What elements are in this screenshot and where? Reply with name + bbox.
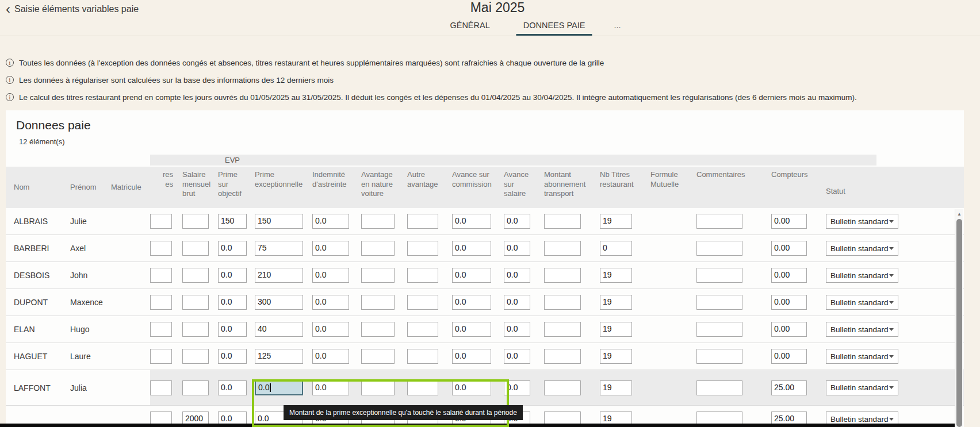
- input-indemnite_astreinte[interactable]: 0.0: [312, 322, 349, 337]
- input-autre_avantage[interactable]: [407, 295, 438, 310]
- input-avance_commission[interactable]: 0.0: [452, 349, 491, 364]
- input-indemnite_astreinte[interactable]: 0.0: [312, 295, 349, 310]
- horizontal-scrollbar[interactable]: [0, 424, 955, 427]
- input-indemnite_astreinte[interactable]: 0.0: [312, 349, 349, 364]
- input-prime_objectif[interactable]: 0.0: [218, 349, 247, 364]
- input-autre_avantage[interactable]: [407, 214, 438, 229]
- input-heures_cut[interactable]: [150, 241, 172, 256]
- input-salaire[interactable]: [182, 268, 209, 283]
- input-heures_cut[interactable]: [150, 380, 172, 395]
- input-commentaires[interactable]: [696, 322, 742, 337]
- statut-select[interactable]: Bulletin standard: [826, 241, 898, 256]
- input-avance_commission[interactable]: 0.0: [452, 241, 491, 256]
- input-commentaires[interactable]: [696, 241, 742, 256]
- input-prime_exceptionnelle[interactable]: 75: [255, 241, 303, 256]
- input-avance_salaire[interactable]: 0.0: [504, 349, 530, 364]
- input-nb_titres[interactable]: 0: [600, 241, 632, 256]
- input-salaire[interactable]: [182, 214, 209, 229]
- input-prime_exceptionnelle[interactable]: 0.0: [255, 380, 303, 395]
- input-indemnite_astreinte[interactable]: 0.0: [312, 214, 349, 229]
- input-nb_titres[interactable]: 19: [600, 349, 632, 364]
- input-compteurs[interactable]: 0.00: [771, 241, 807, 256]
- input-salaire[interactable]: [182, 322, 209, 337]
- input-montant_transport[interactable]: [544, 349, 581, 364]
- input-prime_objectif[interactable]: 0.0: [218, 295, 247, 310]
- input-prime_objectif[interactable]: 150: [218, 214, 247, 229]
- input-compteurs[interactable]: 25.00: [771, 380, 807, 395]
- input-avance_commission[interactable]: 0.0: [452, 380, 491, 395]
- input-montant_transport[interactable]: [544, 214, 581, 229]
- input-salaire[interactable]: [182, 295, 209, 310]
- input-prime_objectif[interactable]: 0.0: [218, 380, 247, 395]
- input-prime_objectif[interactable]: 0.0: [218, 322, 247, 337]
- input-commentaires[interactable]: [696, 295, 742, 310]
- input-autre_avantage[interactable]: [407, 241, 438, 256]
- input-nb_titres[interactable]: 19: [600, 380, 632, 395]
- input-avantage_voiture[interactable]: [361, 380, 395, 395]
- input-heures_cut[interactable]: [150, 295, 172, 310]
- scrollbar-thumb[interactable]: [956, 219, 962, 427]
- input-avance_salaire[interactable]: 0.0: [504, 295, 530, 310]
- input-nb_titres[interactable]: 19: [600, 268, 632, 283]
- input-prime_objectif[interactable]: 0.0: [218, 268, 247, 283]
- input-salaire[interactable]: [182, 380, 209, 395]
- input-prime_exceptionnelle[interactable]: 300: [255, 295, 303, 310]
- scroll-up-icon[interactable]: ▲: [955, 209, 963, 217]
- input-autre_avantage[interactable]: [407, 322, 438, 337]
- input-prime_exceptionnelle[interactable]: 150: [255, 214, 303, 229]
- input-montant_transport[interactable]: [544, 268, 581, 283]
- input-prime_objectif[interactable]: 0.0: [218, 241, 247, 256]
- input-prime_exceptionnelle[interactable]: 210: [255, 268, 303, 283]
- input-compteurs[interactable]: 0.00: [771, 322, 807, 337]
- statut-select[interactable]: Bulletin standard: [826, 268, 898, 283]
- input-commentaires[interactable]: [696, 349, 742, 364]
- input-indemnite_astreinte[interactable]: 0.0: [312, 380, 349, 395]
- statut-select[interactable]: Bulletin standard: [826, 380, 898, 395]
- input-nb_titres[interactable]: 19: [600, 295, 632, 310]
- input-heures_cut[interactable]: [150, 322, 172, 337]
- input-avantage_voiture[interactable]: [361, 349, 395, 364]
- input-avance_salaire[interactable]: 0.0: [504, 268, 530, 283]
- input-compteurs[interactable]: 0.00: [771, 349, 807, 364]
- statut-select[interactable]: Bulletin standard: [826, 349, 898, 364]
- input-avance_salaire[interactable]: 0.0: [504, 322, 530, 337]
- input-indemnite_astreinte[interactable]: 0.0: [312, 241, 349, 256]
- input-avantage_voiture[interactable]: [361, 241, 395, 256]
- statut-select[interactable]: Bulletin standard: [826, 295, 898, 310]
- input-prime_exceptionnelle[interactable]: 40: [255, 322, 303, 337]
- input-commentaires[interactable]: [696, 268, 742, 283]
- input-avance_commission[interactable]: 0.0: [452, 322, 491, 337]
- input-avance_salaire[interactable]: 0.0: [504, 241, 530, 256]
- tab-more[interactable]: ...: [611, 17, 623, 36]
- vertical-scrollbar[interactable]: ▲: [955, 209, 963, 427]
- input-commentaires[interactable]: [696, 214, 742, 229]
- tab-general[interactable]: GÉNÉRAL: [443, 17, 496, 36]
- input-avance_salaire[interactable]: 0.0: [504, 380, 530, 395]
- statut-select[interactable]: Bulletin standard: [826, 322, 898, 337]
- input-heures_cut[interactable]: [150, 268, 172, 283]
- input-commentaires[interactable]: [696, 380, 742, 395]
- input-montant_transport[interactable]: [544, 241, 581, 256]
- input-autre_avantage[interactable]: [407, 380, 438, 395]
- input-avantage_voiture[interactable]: [361, 268, 395, 283]
- input-avance_commission[interactable]: 0.0: [452, 268, 491, 283]
- input-avance_salaire[interactable]: 0.0: [504, 214, 530, 229]
- input-avance_commission[interactable]: 0.0: [452, 295, 491, 310]
- input-prime_exceptionnelle[interactable]: 125: [255, 349, 303, 364]
- input-avantage_voiture[interactable]: [361, 322, 395, 337]
- input-nb_titres[interactable]: 19: [600, 322, 632, 337]
- input-autre_avantage[interactable]: [407, 268, 438, 283]
- input-avantage_voiture[interactable]: [361, 214, 395, 229]
- input-compteurs[interactable]: 0.00: [771, 214, 807, 229]
- input-heures_cut[interactable]: [150, 349, 172, 364]
- input-avantage_voiture[interactable]: [361, 295, 395, 310]
- input-nb_titres[interactable]: 19: [600, 214, 632, 229]
- input-avance_commission[interactable]: 0.0: [452, 214, 491, 229]
- input-compteurs[interactable]: 0.00: [771, 268, 807, 283]
- tab-donnees-paie[interactable]: DONNEES PAIE: [516, 17, 592, 36]
- input-montant_transport[interactable]: [544, 295, 581, 310]
- input-heures_cut[interactable]: [150, 214, 172, 229]
- input-salaire[interactable]: [182, 241, 209, 256]
- input-autre_avantage[interactable]: [407, 349, 438, 364]
- input-compteurs[interactable]: 0.00: [771, 295, 807, 310]
